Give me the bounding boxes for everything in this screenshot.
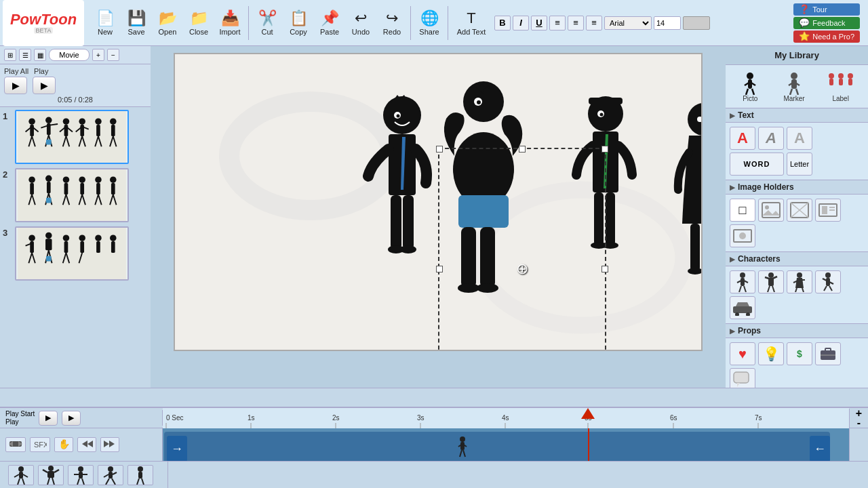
enter-button[interactable] xyxy=(77,437,96,452)
svg-line-244 xyxy=(113,472,117,474)
anim-char-2[interactable] xyxy=(38,465,64,485)
prop-speech[interactable] xyxy=(730,368,755,388)
svg-rect-59 xyxy=(46,198,52,203)
tab-marker[interactable]: Marker xyxy=(778,69,810,104)
timeline-ruler-row: Play Start Play ▶ ▶ 0 Sec 1s 2s 3s 4s 5s xyxy=(0,408,868,428)
flip-button[interactable] xyxy=(5,437,26,452)
play-all-button[interactable]: ▶ xyxy=(4,77,27,94)
font-size-input[interactable] xyxy=(654,16,681,30)
bold-button[interactable]: B xyxy=(494,16,511,30)
align-left-button[interactable]: ≡ xyxy=(549,16,566,30)
text-format-group: B I U ≡ ≡ ≡ Arial xyxy=(494,16,710,30)
redo-button[interactable]: ↪ Redo xyxy=(376,3,408,43)
main-canvas[interactable]: CREATED USING PowToon ⊕ xyxy=(174,53,703,351)
svg-point-70 xyxy=(63,235,70,241)
color-swatch[interactable] xyxy=(683,16,710,30)
prop-briefcase[interactable] xyxy=(815,342,841,365)
props-items: ♥ 💡 $ xyxy=(726,338,868,388)
grid-view-button[interactable]: ⊞ xyxy=(4,49,16,61)
play-all-bottom-button[interactable]: ▶ xyxy=(39,411,58,426)
track-exit-arrow[interactable]: ← xyxy=(810,436,830,461)
align-right-button[interactable]: ≡ xyxy=(586,16,602,30)
sfx-button[interactable]: SFX xyxy=(30,437,50,452)
need-pro-button[interactable]: ⭐ Need a Pro? xyxy=(793,30,860,43)
underline-button[interactable]: U xyxy=(531,16,547,30)
cut-button[interactable]: ✂️ Cut xyxy=(252,3,283,43)
holder-2[interactable] xyxy=(758,199,784,222)
anim-char-4[interactable] xyxy=(98,465,123,485)
svg-marker-215 xyxy=(109,441,115,447)
svg-point-51 xyxy=(95,176,102,183)
share-label: Share xyxy=(419,28,439,36)
marker-icon xyxy=(782,70,806,95)
svg-point-89 xyxy=(397,115,400,118)
slide-thumb-3[interactable] xyxy=(15,226,129,281)
zoom-out-button[interactable]: - xyxy=(857,418,861,428)
paste-button[interactable]: 📌 Paste xyxy=(314,3,345,43)
section-characters[interactable]: ▶ Characters xyxy=(726,252,868,266)
prop-bulb[interactable]: 💡 xyxy=(758,342,784,365)
holder-5[interactable] xyxy=(730,224,755,247)
play-bottom-button[interactable]: ▶ xyxy=(62,411,81,426)
svg-rect-101 xyxy=(461,227,476,288)
font-family-select[interactable]: Arial xyxy=(604,16,652,30)
add-text-button[interactable]: T Add Text xyxy=(451,3,492,43)
slide-thumb-2[interactable] xyxy=(15,168,129,222)
close-button[interactable]: 📁 Close xyxy=(183,3,214,43)
text-item-3[interactable]: A xyxy=(787,127,812,150)
text-item-letter[interactable]: Letter xyxy=(787,152,812,176)
text-item-1[interactable]: A xyxy=(730,127,755,150)
track-enter-arrow[interactable]: → xyxy=(167,436,187,461)
copy-button[interactable]: 📋 Copy xyxy=(283,3,314,43)
import-button[interactable]: 📥 Import xyxy=(214,3,245,43)
italic-button[interactable]: I xyxy=(513,16,529,30)
slide-item-2[interactable]: 2 xyxy=(3,168,148,222)
char-3[interactable] xyxy=(787,270,812,293)
section-props[interactable]: ▶ Props xyxy=(726,324,868,338)
undo-button[interactable]: ↩ Undo xyxy=(345,3,376,43)
char-1[interactable] xyxy=(730,270,755,293)
label-icon xyxy=(826,70,856,95)
char-2[interactable] xyxy=(758,270,784,293)
exit-button[interactable] xyxy=(100,437,119,452)
align-center-button[interactable]: ≡ xyxy=(568,16,584,30)
anim-char-3[interactable] xyxy=(68,465,94,485)
svg-rect-67 xyxy=(45,239,52,250)
tour-button[interactable]: ❓ Tour xyxy=(793,3,860,16)
anim-char-5[interactable] xyxy=(127,465,153,485)
section-text[interactable]: ▶ Text xyxy=(726,108,868,123)
share-button[interactable]: 🌐 Share xyxy=(414,3,445,43)
feedback-button[interactable]: 💬 Feedback xyxy=(793,17,860,29)
hand-button[interactable]: ✋ xyxy=(54,437,73,452)
holder-3[interactable] xyxy=(787,199,812,222)
open-button[interactable]: 📂 Open xyxy=(152,3,183,43)
tab-picto[interactable]: Picto xyxy=(734,69,766,104)
svg-rect-44 xyxy=(64,183,68,195)
prop-heart[interactable]: ♥ xyxy=(730,342,755,365)
slide-thumb-1[interactable] xyxy=(15,110,129,164)
anim-char-1[interactable] xyxy=(8,465,34,485)
save-button[interactable]: 💾 Save xyxy=(121,3,152,43)
tab-label[interactable]: Label xyxy=(822,69,860,104)
new-button[interactable]: 📄 New xyxy=(90,3,121,43)
text-item-2[interactable]: A xyxy=(758,127,784,150)
holder-4[interactable] xyxy=(815,199,841,222)
add-text-icon: T xyxy=(467,9,475,27)
play-button-top[interactable]: ▶ xyxy=(33,77,56,94)
text-item-word[interactable]: WORD xyxy=(730,152,784,176)
slide-item-3[interactable]: 3 xyxy=(3,226,148,281)
char-car[interactable] xyxy=(730,296,755,319)
movie-type-input[interactable] xyxy=(49,49,90,61)
holder-1[interactable]: □ xyxy=(730,199,755,222)
section-image-holders[interactable]: ▶ Image Holders xyxy=(726,180,868,195)
char-4[interactable] xyxy=(815,270,841,293)
svg-point-61 xyxy=(28,235,35,241)
slide-item-1[interactable]: 1 xyxy=(3,110,148,164)
svg-line-169 xyxy=(768,286,770,292)
list-view-button[interactable]: ☰ xyxy=(19,49,31,61)
remove-slide-button[interactable]: − xyxy=(107,49,119,61)
svg-point-176 xyxy=(825,272,831,278)
prop-money[interactable]: $ xyxy=(787,342,812,365)
add-slide-button[interactable]: + xyxy=(92,49,104,61)
filmstrip-view-button[interactable]: ▦ xyxy=(34,49,46,61)
